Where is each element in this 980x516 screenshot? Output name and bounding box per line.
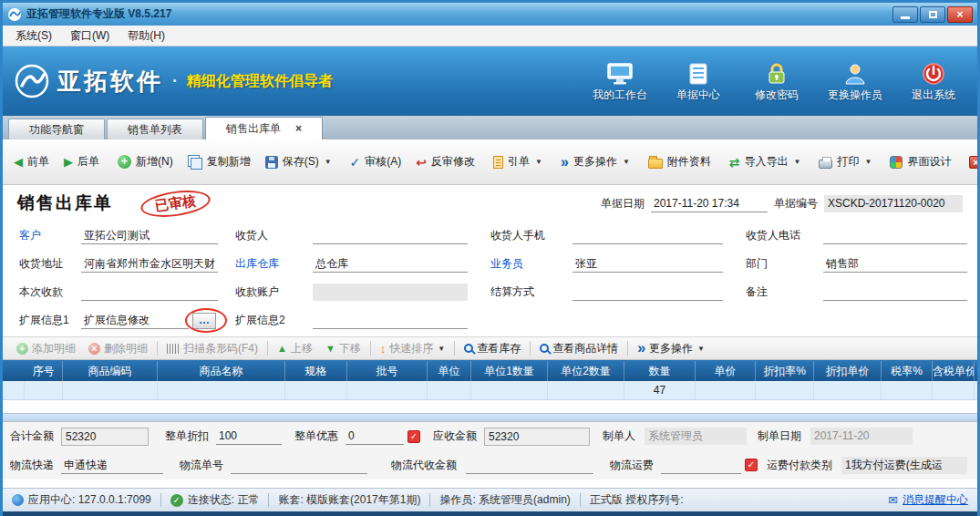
tab-close-icon[interactable]: × <box>295 122 302 135</box>
account-label: 收款账户 <box>235 284 313 300</box>
menu-help[interactable]: 帮助(H) <box>119 26 174 46</box>
scan-barcode-button[interactable]: 扫描条形码(F4) <box>160 338 264 359</box>
remark-field[interactable] <box>823 284 967 301</box>
col-product-name[interactable]: 商品名称 <box>158 361 285 381</box>
save-button[interactable]: 保存(S)▼ <box>258 146 339 178</box>
col-unit[interactable]: 单位 <box>428 361 471 381</box>
pull-order-dropdown-icon[interactable]: ▼ <box>535 158 542 166</box>
col-tax-price[interactable]: 含税单价 <box>933 361 975 381</box>
concession-check-icon[interactable]: ✓ <box>407 430 420 443</box>
more-actions-dropdown-icon[interactable]: ▼ <box>623 158 630 166</box>
freight-field[interactable] <box>661 457 741 474</box>
col-spec[interactable]: 规格 <box>285 361 347 381</box>
doc-date-label: 单据日期 <box>601 196 645 212</box>
view-stock-button[interactable]: 查看库存 <box>458 338 527 359</box>
move-up-button[interactable]: ▲上移 <box>271 338 319 359</box>
menu-window[interactable]: 窗口(W) <box>61 26 119 46</box>
switch-operator-button[interactable]: 更换操作员 <box>822 60 888 103</box>
ui-design-button[interactable]: 界面设计 <box>882 146 958 178</box>
salesman-field[interactable]: 张亚 <box>573 255 723 273</box>
ext1-ellipsis-button[interactable]: … <box>192 313 216 329</box>
close-window-button[interactable]: ×关闭窗口 <box>962 146 980 178</box>
payment-field[interactable] <box>81 284 218 301</box>
menu-system[interactable]: 系统(S) <box>6 26 61 46</box>
tab-nav-window[interactable]: 功能导航窗 <box>8 119 105 139</box>
col-batch[interactable]: 批号 <box>347 361 428 381</box>
pull-order-button[interactable]: 引单▼ <box>486 146 550 178</box>
app-center-text: 应用中心: 127.0.0.1:7099 <box>28 492 151 508</box>
minimize-button[interactable] <box>892 6 918 23</box>
import-export-dropdown-icon[interactable]: ▼ <box>794 158 801 166</box>
next-doc-button[interactable]: ▶后单 <box>57 146 107 178</box>
import-export-button[interactable]: ⇄导入导出▼ <box>722 146 809 178</box>
ext1-field[interactable]: 扩展信息修改 <box>81 312 189 329</box>
more-detail-dropdown-icon[interactable]: ▼ <box>697 345 705 353</box>
concession-field[interactable]: 0 <box>346 428 404 445</box>
exit-system-button[interactable]: 退出系统 <box>901 60 966 103</box>
dept-field[interactable]: 销售部 <box>823 255 967 273</box>
tab-sales-list[interactable]: 销售单列表 <box>107 119 203 139</box>
prev-doc-button[interactable]: ◀前单 <box>6 146 57 178</box>
quick-sort-button[interactable]: ↕快速排序▼ <box>374 338 451 359</box>
unaudit-button[interactable]: ↩反审修改 <box>408 146 482 178</box>
tab-sales-outbound[interactable]: 销售出库单 × <box>205 117 323 139</box>
express-field[interactable]: 申通快递 <box>61 457 163 474</box>
doc-center-icon <box>686 60 710 86</box>
consignee-phone-field[interactable] <box>823 227 967 244</box>
copy-new-button[interactable]: 复制新增 <box>181 146 258 178</box>
operator-status: 操作员: 系统管理员(admin) <box>439 492 570 508</box>
print-dropdown-icon[interactable]: ▼ <box>864 158 872 166</box>
audit-button[interactable]: ✓审核(A) <box>343 146 409 178</box>
doc-date-field[interactable]: 2017-11-20 17:34 <box>651 195 768 212</box>
cod-field[interactable] <box>466 457 593 474</box>
table-horizontal-scrollbar[interactable] <box>3 413 977 421</box>
audited-stamp: 已审核 <box>139 186 211 220</box>
col-discount-rate[interactable]: 折扣率% <box>756 361 814 381</box>
warehouse-label[interactable]: 出库仓库 <box>235 256 313 272</box>
more-actions-button[interactable]: »更多操作▼ <box>553 146 637 178</box>
more-detail-actions-button[interactable]: »更多操作▼ <box>631 338 711 359</box>
attachment-button[interactable]: 附件资料 <box>641 146 718 178</box>
col-tax-rate[interactable]: 税率% <box>882 361 933 381</box>
print-button[interactable]: 打印▼ <box>811 146 879 178</box>
col-unit2-qty[interactable]: 单位2数量 <box>548 361 624 381</box>
workbench-button[interactable]: 我的工作台 <box>587 60 653 103</box>
col-discount-price[interactable]: 折扣单价 <box>814 361 882 381</box>
connection-ok-icon: ✓ <box>170 494 183 507</box>
col-price[interactable]: 单价 <box>696 361 756 381</box>
address-label: 收货地址 <box>19 256 81 272</box>
warehouse-field[interactable]: 总仓库 <box>313 255 468 273</box>
message-center-link[interactable]: ✉消息提醒中心 <box>888 492 968 508</box>
new-button[interactable]: +新增(N) <box>110 146 181 178</box>
quick-sort-dropdown-icon[interactable]: ▼ <box>438 345 445 353</box>
change-password-button[interactable]: 修改密码 <box>744 60 810 103</box>
col-qty[interactable]: 数量 <box>624 361 696 381</box>
freight-paytype-field[interactable]: 1我方付运费(生成运 <box>841 457 967 474</box>
freight-check-icon[interactable]: ✓ <box>745 459 758 471</box>
col-unit1-qty[interactable]: 单位1数量 <box>471 361 548 381</box>
customer-label[interactable]: 客户 <box>19 228 81 243</box>
header-banner: 亚拓软件 · 精细化管理软件倡导者 我的工作台 单据中心 修改密码 更换操作员 <box>3 46 977 116</box>
address-field[interactable]: 河南省郑州市金水区明天财 <box>81 255 218 273</box>
customer-field[interactable]: 亚拓公司测试 <box>81 227 218 244</box>
doc-meta: 单据日期 2017-11-20 17:34 单据编号 XSCKD-2017112… <box>601 195 963 212</box>
consignee-field[interactable] <box>313 227 468 244</box>
maximize-button[interactable] <box>920 6 945 23</box>
close-button[interactable]: × <box>947 6 973 23</box>
move-down-button[interactable]: ▼下移 <box>319 338 367 359</box>
discount-field[interactable]: 100 <box>216 428 282 445</box>
col-seq[interactable]: 序号 <box>25 361 63 381</box>
col-product-code[interactable]: 商品编码 <box>63 361 158 381</box>
doc-center-button[interactable]: 单据中心 <box>665 60 731 103</box>
ext2-field[interactable] <box>313 312 468 329</box>
view-product-button[interactable]: 查看商品详情 <box>533 338 624 359</box>
waybill-field[interactable] <box>231 457 367 474</box>
add-line-button[interactable]: +添加明细 <box>10 338 82 359</box>
settle-field[interactable] <box>573 284 723 301</box>
delete-line-button[interactable]: ×删除明细 <box>82 338 154 359</box>
table-row[interactable]: 47 <box>3 381 977 400</box>
add-line-icon: + <box>16 343 28 355</box>
save-dropdown-icon[interactable]: ▼ <box>325 158 332 166</box>
salesman-label[interactable]: 业务员 <box>490 256 573 272</box>
consignee-mobile-field[interactable] <box>573 227 723 244</box>
